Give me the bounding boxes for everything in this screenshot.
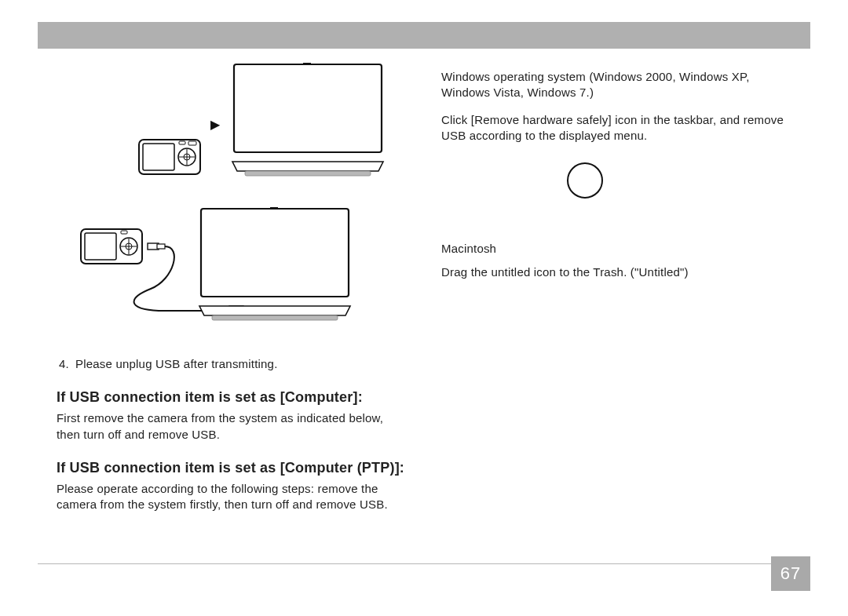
svg-rect-13 [85, 233, 116, 260]
circle-placeholder-icon [567, 162, 603, 199]
camera-cable-monitor-icon [57, 201, 355, 334]
manual-page: ▶ [0, 0, 848, 616]
svg-marker-9 [232, 162, 383, 171]
step-4-text: Please unplug USB after transmitting. [75, 356, 278, 372]
section-computer-heading: If USB connection item is set as [Comput… [57, 389, 410, 406]
content-columns: ▶ [57, 55, 795, 565]
page-number: 67 [771, 556, 810, 591]
step-4-number: 4. [57, 356, 69, 372]
svg-marker-24 [199, 306, 350, 315]
macintosh-body: Drag the untitled icon to the Trash. ("U… [441, 264, 795, 280]
svg-rect-20 [157, 244, 165, 249]
section-computer-body: First remove the camera from the system … [57, 410, 410, 443]
step-4: 4. Please unplug USB after transmitting. [57, 356, 410, 372]
svg-rect-6 [179, 141, 185, 144]
svg-rect-8 [234, 64, 382, 152]
monitor-icon [229, 61, 386, 179]
svg-rect-23 [201, 209, 349, 297]
section-computer-ptp-body: Please operate according to the followin… [57, 481, 410, 513]
svg-rect-10 [245, 171, 371, 176]
arrow-icon: ▶ [210, 117, 220, 132]
svg-rect-18 [121, 231, 127, 234]
camera-icon [138, 135, 201, 179]
footer-rule [38, 563, 810, 564]
section-computer-ptp-heading: If USB connection item is set as [Comput… [57, 460, 410, 476]
left-column: ▶ [57, 55, 410, 565]
svg-rect-26 [270, 207, 278, 210]
svg-rect-1 [143, 144, 174, 170]
header-band [38, 22, 810, 49]
svg-rect-11 [303, 63, 311, 65]
right-column: Windows operating system (Windows 2000, … [441, 55, 795, 565]
windows-os-list: Windows operating system (Windows 2000, … [441, 69, 795, 101]
figure-usb-cable [57, 201, 410, 334]
macintosh-heading: Macintosh [441, 241, 795, 257]
svg-rect-25 [212, 315, 338, 320]
figure-usb-direct: ▶ [57, 61, 410, 179]
svg-rect-7 [188, 141, 196, 145]
windows-instructions: Click [Remove hardware safely] icon in t… [441, 112, 795, 144]
